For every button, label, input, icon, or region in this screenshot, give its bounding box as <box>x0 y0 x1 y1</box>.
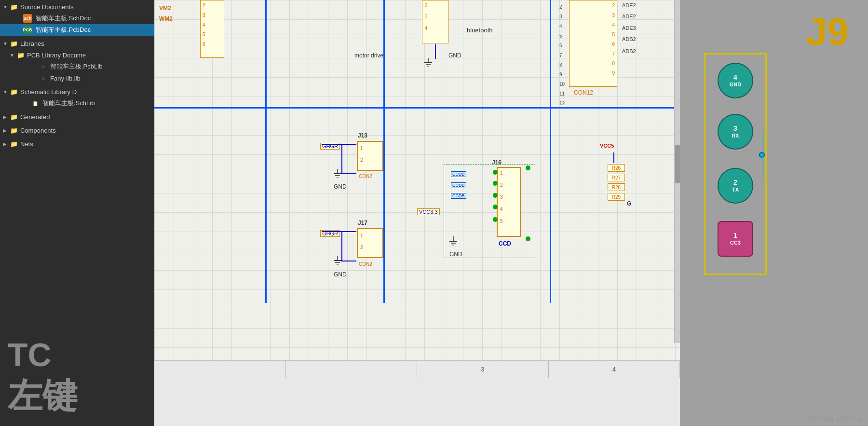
wire-h-j17-1 <box>322 231 356 232</box>
blue-vline-1 <box>265 0 267 303</box>
adb2-label-1: ADB2 <box>622 36 636 42</box>
wire-v-bluetooth <box>435 44 436 59</box>
cursor-vline <box>762 130 762 179</box>
expand-arrow-nets: ▶ <box>3 141 10 147</box>
schlib-label: 智能车主板.SchLib <box>42 99 95 108</box>
pcblib-item[interactable]: ⚙ 智能车主板.PcbLib <box>0 61 154 72</box>
csdn-watermark: CSDN @qq_40170041 <box>803 415 862 422</box>
green-dot-4 <box>493 205 498 209</box>
components-label: Components <box>20 127 56 134</box>
con12-label: CON12 <box>574 89 593 96</box>
con2-label-1: CON2 <box>359 174 372 179</box>
pad2-num: 2 <box>732 179 739 187</box>
folder-icon-gen: 📁 <box>10 112 18 121</box>
pad3-num: 3 <box>732 124 739 133</box>
j17-label: J17 <box>358 220 367 226</box>
cursor-hline <box>762 155 868 155</box>
ruler-segment-empty-2 <box>286 361 418 378</box>
j13-label: J13 <box>358 132 367 139</box>
scrollbar-thumb[interactable] <box>675 145 680 183</box>
gnd-text-3: GND <box>449 251 462 258</box>
pcbdoc-icon: PCB <box>23 26 32 34</box>
sidebar: ▼ 📁 Source Documents Sch 智能车主板.SchDoc PC… <box>0 0 154 426</box>
main-schematic-area[interactable]: VM2 WM2 2 3 4 5 6 2 3 4 bluetooth GND mo… <box>154 0 680 426</box>
folder-icon-lib: 📁 <box>10 39 18 48</box>
ccdb-3: CCDB <box>451 193 466 199</box>
fanylib-label: Fany-lib.lib <box>50 75 81 82</box>
con2-label-2: CON2 <box>359 261 372 267</box>
conn-top-left: 2 3 4 5 6 <box>200 0 224 58</box>
generated-label: Generated <box>20 113 50 121</box>
fanylib-item[interactable]: ⚙ Fany-lib.lib <box>0 72 154 84</box>
pcb-library-header[interactable]: ▼ 📁 PCB Library Docume <box>0 49 154 61</box>
pcb-panel: J9 4 GND 3 RX 2 TX 1 CC3 CSDN @qq_401700… <box>680 0 868 426</box>
schdoc-label: 智能车主板.SchDoc <box>36 14 91 23</box>
bluetooth-label: bluetooth <box>467 27 493 34</box>
wire-h-j13-2 <box>341 173 356 174</box>
source-documents-section: ▼ 📁 Source Documents Sch 智能车主板.SchDoc PC… <box>0 0 154 37</box>
vcc5-label: VCC5 <box>600 143 614 149</box>
schematic-library-label: Schematic Library D <box>20 88 77 96</box>
schematic-canvas[interactable]: VM2 WM2 2 3 4 5 6 2 3 4 bluetooth GND mo… <box>154 0 680 360</box>
pad4-num: 4 <box>730 73 741 82</box>
pcb-pad-3-rx: 3 RX <box>718 114 753 150</box>
pad2-label: TX <box>732 187 739 193</box>
wire-vcc5 <box>613 152 614 163</box>
ade2-label-1: ADE2 <box>622 2 636 8</box>
wire-h-j17-2 <box>341 261 356 261</box>
pcb-pad-4-gnd: 4 GND <box>718 63 753 98</box>
pcbdoc-label: 智能车主板.PcbDoc <box>36 26 91 34</box>
pcblib-label: 智能车主板.PcbLib <box>50 62 102 71</box>
watermark-left: 左键 <box>8 375 146 416</box>
folder-icon: 📁 <box>10 2 18 11</box>
components-item[interactable]: ▶ 📁 Components <box>0 124 154 136</box>
pad3-label: RX <box>732 133 739 139</box>
libraries-header[interactable]: ▼ 📁 Libraries <box>0 38 154 49</box>
blue-vline-2 <box>383 0 385 303</box>
ruler-segment-3: 3 <box>417 361 549 378</box>
expand-arrow-comp: ▶ <box>3 128 10 133</box>
schdoc-icon: Sch <box>23 14 32 23</box>
libraries-section: ▼ 📁 Libraries ▼ 📁 PCB Library Docume ⚙ 智… <box>0 37 154 85</box>
blue-hline-top <box>154 107 680 109</box>
watermark-tc: TC <box>8 335 146 375</box>
schematic-library-header[interactable]: ▼ 📁 Schematic Library D <box>0 86 154 97</box>
pcbdoc-item[interactable]: PCB 智能车主板.PcbDoc <box>0 24 154 36</box>
expand-arrow-pcblib: ▼ <box>10 53 16 58</box>
gnd-svg-2 <box>333 169 357 183</box>
fanylib-icon: ⚙ <box>39 74 47 82</box>
wire-v-j13 <box>341 144 342 173</box>
pin-nums-right: 23456789101112 <box>559 2 565 109</box>
blue-vline-3 <box>550 0 551 303</box>
gnd-symbol-2 <box>333 169 357 185</box>
green-dot-3 <box>493 193 498 198</box>
source-documents-label: Source Documents <box>20 3 74 11</box>
ruler: 3 4 <box>154 360 680 378</box>
scrollbar-vertical[interactable] <box>674 0 680 343</box>
gnd-svg-4 <box>333 256 357 270</box>
wm2-label: WM2 <box>159 15 173 22</box>
j13-box: 1 2 <box>357 141 383 171</box>
motor-drive-label: motor drive <box>354 52 383 59</box>
pcb-library-label: PCB Library Docume <box>27 52 86 59</box>
ccdb-1: CCDB <box>451 171 466 177</box>
pcb-pad-1-cc3: 1 CC3 <box>718 221 753 257</box>
g-label-right: G <box>627 200 631 207</box>
folder-icon-comp: 📁 <box>10 126 18 135</box>
schdoc-item[interactable]: Sch 智能车主板.SchDoc <box>0 13 154 24</box>
j9-label: J9 <box>806 10 849 54</box>
generated-section: ▶ 📁 Generated <box>0 110 154 124</box>
gnd-symbol-4 <box>333 256 357 272</box>
r28-box: R28 <box>608 183 625 191</box>
gnd-symbol-3 <box>448 236 473 253</box>
pcb-pad-2-tx: 2 TX <box>718 168 753 204</box>
nets-item[interactable]: ▶ 📁 Nets <box>0 138 154 150</box>
pad4-label: GND <box>730 82 741 88</box>
generated-item[interactable]: ▶ 📁 Generated <box>0 111 154 123</box>
schlib-item[interactable]: 📋 智能车主板.SchLib <box>0 97 154 109</box>
gnd-svg <box>423 58 448 72</box>
source-documents-header[interactable]: ▼ 📁 Source Documents <box>0 1 154 13</box>
r26-box: R26 <box>608 164 625 172</box>
sidebar-watermark: TC 左键 <box>0 326 154 426</box>
ruler-segment-empty-1 <box>154 361 286 378</box>
